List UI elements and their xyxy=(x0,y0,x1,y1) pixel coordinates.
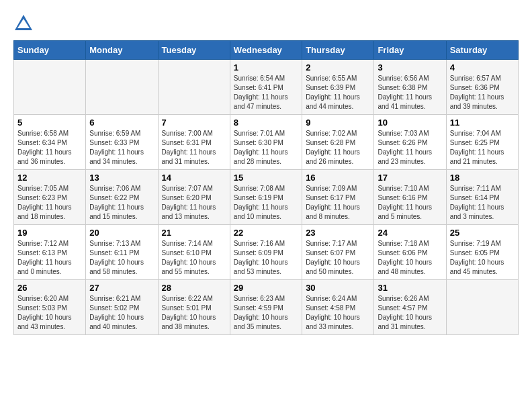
calendar-cell: 26Sunrise: 6:20 AM Sunset: 5:03 PM Dayli… xyxy=(14,280,86,335)
calendar-cell: 29Sunrise: 6:23 AM Sunset: 4:59 PM Dayli… xyxy=(230,280,302,335)
day-info: Sunrise: 7:01 AM Sunset: 6:30 PM Dayligh… xyxy=(234,129,298,167)
calendar-cell xyxy=(86,60,158,115)
day-info: Sunrise: 7:03 AM Sunset: 6:26 PM Dayligh… xyxy=(378,129,442,167)
day-info: Sunrise: 6:21 AM Sunset: 5:02 PM Dayligh… xyxy=(89,294,154,332)
week-row-5: 26Sunrise: 6:20 AM Sunset: 5:03 PM Dayli… xyxy=(14,280,519,335)
column-header-thursday: Thursday xyxy=(302,41,374,60)
calendar-cell: 14Sunrise: 7:07 AM Sunset: 6:20 PM Dayli… xyxy=(158,170,230,225)
calendar-cell xyxy=(14,60,86,115)
day-info: Sunrise: 6:54 AM Sunset: 6:41 PM Dayligh… xyxy=(234,74,298,111)
day-number: 16 xyxy=(306,173,370,183)
calendar-cell: 8Sunrise: 7:01 AM Sunset: 6:30 PM Daylig… xyxy=(230,115,302,170)
day-number: 17 xyxy=(378,173,442,183)
day-info: Sunrise: 6:58 AM Sunset: 6:34 PM Dayligh… xyxy=(17,129,82,167)
day-number: 29 xyxy=(234,283,298,293)
calendar-cell: 28Sunrise: 6:22 AM Sunset: 5:01 PM Dayli… xyxy=(158,280,230,335)
calendar-cell: 13Sunrise: 7:06 AM Sunset: 6:22 PM Dayli… xyxy=(86,170,158,225)
day-number: 13 xyxy=(89,173,154,183)
day-number: 9 xyxy=(306,118,370,128)
calendar-cell: 10Sunrise: 7:03 AM Sunset: 6:26 PM Dayli… xyxy=(374,115,446,170)
day-number: 10 xyxy=(378,118,442,128)
day-number: 30 xyxy=(306,283,370,293)
day-info: Sunrise: 6:56 AM Sunset: 6:38 PM Dayligh… xyxy=(378,74,442,111)
logo-icon xyxy=(13,13,34,34)
calendar-cell: 6Sunrise: 6:59 AM Sunset: 6:33 PM Daylig… xyxy=(86,115,158,170)
day-info: Sunrise: 7:06 AM Sunset: 6:22 PM Dayligh… xyxy=(89,184,154,222)
day-number: 25 xyxy=(450,228,515,238)
day-number: 18 xyxy=(450,173,515,183)
calendar-cell: 5Sunrise: 6:58 AM Sunset: 6:34 PM Daylig… xyxy=(14,115,86,170)
day-info: Sunrise: 6:57 AM Sunset: 6:36 PM Dayligh… xyxy=(450,74,515,111)
day-number: 24 xyxy=(378,228,442,238)
calendar-cell: 12Sunrise: 7:05 AM Sunset: 6:23 PM Dayli… xyxy=(14,170,86,225)
day-info: Sunrise: 7:00 AM Sunset: 6:31 PM Dayligh… xyxy=(162,129,226,167)
day-number: 28 xyxy=(162,283,226,293)
column-header-friday: Friday xyxy=(374,41,446,60)
calendar-cell: 19Sunrise: 7:12 AM Sunset: 6:13 PM Dayli… xyxy=(14,225,86,280)
day-number: 15 xyxy=(234,173,298,183)
day-info: Sunrise: 6:26 AM Sunset: 4:57 PM Dayligh… xyxy=(378,294,442,332)
column-header-wednesday: Wednesday xyxy=(230,41,302,60)
calendar-cell: 24Sunrise: 7:18 AM Sunset: 6:06 PM Dayli… xyxy=(374,225,446,280)
calendar-cell: 16Sunrise: 7:09 AM Sunset: 6:17 PM Dayli… xyxy=(302,170,374,225)
day-info: Sunrise: 7:09 AM Sunset: 6:17 PM Dayligh… xyxy=(306,184,370,222)
day-info: Sunrise: 7:05 AM Sunset: 6:23 PM Dayligh… xyxy=(17,184,82,222)
calendar-cell: 20Sunrise: 7:13 AM Sunset: 6:11 PM Dayli… xyxy=(86,225,158,280)
calendar-cell: 23Sunrise: 7:17 AM Sunset: 6:07 PM Dayli… xyxy=(302,225,374,280)
calendar-cell: 18Sunrise: 7:11 AM Sunset: 6:14 PM Dayli… xyxy=(446,170,518,225)
day-number: 23 xyxy=(306,228,370,238)
calendar-cell xyxy=(158,60,230,115)
calendar-cell: 1Sunrise: 6:54 AM Sunset: 6:41 PM Daylig… xyxy=(230,60,302,115)
calendar-cell: 30Sunrise: 6:24 AM Sunset: 4:58 PM Dayli… xyxy=(302,280,374,335)
calendar-cell: 2Sunrise: 6:55 AM Sunset: 6:39 PM Daylig… xyxy=(302,60,374,115)
day-number: 5 xyxy=(17,118,82,128)
day-number: 14 xyxy=(162,173,226,183)
day-number: 6 xyxy=(89,118,154,128)
calendar-cell: 15Sunrise: 7:08 AM Sunset: 6:19 PM Dayli… xyxy=(230,170,302,225)
column-header-saturday: Saturday xyxy=(446,41,518,60)
day-info: Sunrise: 6:59 AM Sunset: 6:33 PM Dayligh… xyxy=(89,129,154,167)
day-info: Sunrise: 6:22 AM Sunset: 5:01 PM Dayligh… xyxy=(162,294,226,332)
day-info: Sunrise: 7:12 AM Sunset: 6:13 PM Dayligh… xyxy=(17,239,82,277)
calendar-cell: 25Sunrise: 7:19 AM Sunset: 6:05 PM Dayli… xyxy=(446,225,518,280)
day-number: 31 xyxy=(378,283,442,293)
day-info: Sunrise: 7:13 AM Sunset: 6:11 PM Dayligh… xyxy=(89,239,154,277)
calendar-table: SundayMondayTuesdayWednesdayThursdayFrid… xyxy=(13,40,519,335)
calendar-cell: 17Sunrise: 7:10 AM Sunset: 6:16 PM Dayli… xyxy=(374,170,446,225)
calendar-header-row: SundayMondayTuesdayWednesdayThursdayFrid… xyxy=(14,41,519,60)
week-row-1: 1Sunrise: 6:54 AM Sunset: 6:41 PM Daylig… xyxy=(14,60,519,115)
day-number: 3 xyxy=(378,62,442,73)
day-number: 2 xyxy=(306,62,370,73)
day-number: 19 xyxy=(17,228,82,238)
calendar-cell: 31Sunrise: 6:26 AM Sunset: 4:57 PM Dayli… xyxy=(374,280,446,335)
logo xyxy=(13,13,36,34)
column-header-tuesday: Tuesday xyxy=(158,41,230,60)
day-number: 27 xyxy=(89,283,154,293)
day-info: Sunrise: 7:08 AM Sunset: 6:19 PM Dayligh… xyxy=(234,184,298,222)
day-info: Sunrise: 7:14 AM Sunset: 6:10 PM Dayligh… xyxy=(162,239,226,277)
day-info: Sunrise: 6:20 AM Sunset: 5:03 PM Dayligh… xyxy=(17,294,82,332)
day-number: 11 xyxy=(450,118,515,128)
week-row-4: 19Sunrise: 7:12 AM Sunset: 6:13 PM Dayli… xyxy=(14,225,519,280)
day-info: Sunrise: 7:10 AM Sunset: 6:16 PM Dayligh… xyxy=(378,184,442,222)
column-header-monday: Monday xyxy=(86,41,158,60)
calendar-cell: 27Sunrise: 6:21 AM Sunset: 5:02 PM Dayli… xyxy=(86,280,158,335)
day-number: 8 xyxy=(234,118,298,128)
day-number: 12 xyxy=(17,173,82,183)
calendar-cell: 4Sunrise: 6:57 AM Sunset: 6:36 PM Daylig… xyxy=(446,60,518,115)
day-info: Sunrise: 6:24 AM Sunset: 4:58 PM Dayligh… xyxy=(306,294,370,332)
day-number: 21 xyxy=(162,228,226,238)
calendar-cell: 21Sunrise: 7:14 AM Sunset: 6:10 PM Dayli… xyxy=(158,225,230,280)
day-info: Sunrise: 7:11 AM Sunset: 6:14 PM Dayligh… xyxy=(450,184,515,222)
week-row-2: 5Sunrise: 6:58 AM Sunset: 6:34 PM Daylig… xyxy=(14,115,519,170)
page-header xyxy=(13,13,519,34)
day-number: 26 xyxy=(17,283,82,293)
day-info: Sunrise: 7:02 AM Sunset: 6:28 PM Dayligh… xyxy=(306,129,370,167)
column-header-sunday: Sunday xyxy=(14,41,86,60)
calendar-cell: 3Sunrise: 6:56 AM Sunset: 6:38 PM Daylig… xyxy=(374,60,446,115)
day-info: Sunrise: 7:18 AM Sunset: 6:06 PM Dayligh… xyxy=(378,239,442,277)
day-number: 20 xyxy=(89,228,154,238)
day-info: Sunrise: 6:55 AM Sunset: 6:39 PM Dayligh… xyxy=(306,74,370,111)
calendar-cell: 9Sunrise: 7:02 AM Sunset: 6:28 PM Daylig… xyxy=(302,115,374,170)
day-number: 1 xyxy=(234,62,298,73)
